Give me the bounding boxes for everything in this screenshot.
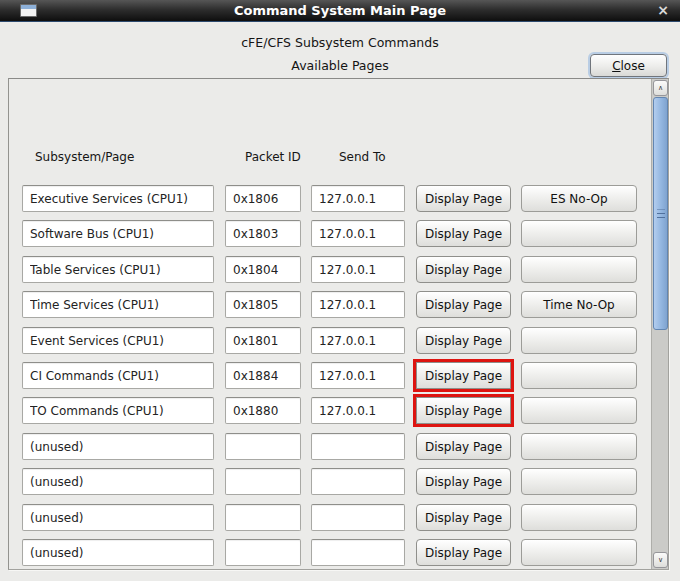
table-row: Display Page	[22, 433, 637, 460]
display-page-button[interactable]: Display Page	[416, 220, 511, 247]
table-row: Display Page	[22, 504, 637, 531]
subsystem-field[interactable]	[22, 504, 214, 531]
noop-button[interactable]	[521, 433, 637, 460]
send-to-field[interactable]	[311, 220, 405, 247]
send-to-field[interactable]	[311, 539, 405, 566]
subsystem-field[interactable]	[22, 291, 214, 318]
subsystem-field[interactable]	[22, 433, 214, 460]
noop-button[interactable]: ES No-Op	[521, 185, 637, 212]
noop-button[interactable]	[521, 256, 637, 283]
display-page-button[interactable]: Display Page	[416, 256, 511, 283]
packet-id-field[interactable]	[225, 327, 301, 354]
scroll-up-button[interactable]: ∧	[653, 80, 668, 96]
table-row: Display Page	[22, 220, 637, 247]
noop-button[interactable]	[521, 539, 637, 566]
packet-id-field[interactable]	[225, 291, 301, 318]
packet-id-field[interactable]	[225, 468, 301, 495]
subsystem-field[interactable]	[22, 220, 214, 247]
display-page-button[interactable]: Display Page	[416, 433, 511, 460]
packet-id-field[interactable]	[225, 397, 301, 424]
close-button-label: Close	[612, 59, 645, 73]
subsystem-field[interactable]	[22, 185, 214, 212]
chevron-up-icon: ∧	[658, 84, 663, 92]
packet-id-field[interactable]	[225, 220, 301, 247]
subsystem-field[interactable]	[22, 327, 214, 354]
noop-button[interactable]	[521, 397, 637, 424]
noop-button[interactable]: Time No-Op	[521, 291, 637, 318]
page-subtitle: cFE/CFS Subsystem Commands	[0, 35, 680, 50]
display-page-button[interactable]: Display Page	[416, 468, 511, 495]
table-row: Display Page	[22, 468, 637, 495]
noop-button[interactable]	[521, 362, 637, 389]
scroll-down-button[interactable]: ∨	[653, 552, 668, 568]
table-row: Display Page	[22, 539, 637, 566]
send-to-field[interactable]	[311, 362, 405, 389]
titlebar: Command System Main Page ×	[0, 0, 680, 22]
table-row: Display Page	[22, 327, 637, 354]
display-page-button[interactable]: Display Page	[416, 185, 511, 212]
subsystem-field[interactable]	[22, 397, 214, 424]
noop-button[interactable]	[521, 220, 637, 247]
window-close-icon[interactable]: ×	[657, 0, 669, 22]
send-to-field[interactable]	[311, 397, 405, 424]
close-button[interactable]: Close	[590, 54, 667, 77]
packet-id-field[interactable]	[225, 539, 301, 566]
subsystem-field[interactable]	[22, 539, 214, 566]
chevron-down-icon: ∨	[658, 556, 663, 564]
column-header-subsystem: Subsystem/Page	[35, 150, 134, 164]
scrollbar-grip-icon	[657, 209, 665, 218]
packet-id-field[interactable]	[225, 256, 301, 283]
subsystem-field[interactable]	[22, 362, 214, 389]
send-to-field[interactable]	[311, 291, 405, 318]
send-to-field[interactable]	[311, 468, 405, 495]
packet-id-field[interactable]	[225, 185, 301, 212]
table-row: Display Page ES No-Op	[22, 185, 637, 212]
noop-button[interactable]	[521, 468, 637, 495]
packet-id-field[interactable]	[225, 433, 301, 460]
table-row: Display Page	[22, 362, 637, 389]
scrollbar-thumb[interactable]	[653, 97, 668, 330]
subsystem-field[interactable]	[22, 256, 214, 283]
table-row: Display Page	[22, 397, 637, 424]
send-to-field[interactable]	[311, 433, 405, 460]
noop-button[interactable]	[521, 327, 637, 354]
window-title: Command System Main Page	[0, 0, 680, 22]
display-page-button[interactable]: Display Page	[416, 397, 511, 424]
display-page-button[interactable]: Display Page	[416, 504, 511, 531]
send-to-field[interactable]	[311, 256, 405, 283]
packet-id-field[interactable]	[225, 362, 301, 389]
display-page-button[interactable]: Display Page	[416, 291, 511, 318]
send-to-field[interactable]	[311, 504, 405, 531]
column-header-send-to: Send To	[339, 150, 386, 164]
send-to-field[interactable]	[311, 185, 405, 212]
display-page-button[interactable]: Display Page	[416, 327, 511, 354]
packet-id-field[interactable]	[225, 504, 301, 531]
display-page-button[interactable]: Display Page	[416, 362, 511, 389]
table-row: Display Page Time No-Op	[22, 291, 637, 318]
noop-button[interactable]	[521, 504, 637, 531]
send-to-field[interactable]	[311, 327, 405, 354]
display-page-button[interactable]: Display Page	[416, 539, 511, 566]
column-header-packet-id: Packet ID	[245, 150, 301, 164]
vertical-scrollbar[interactable]: ∧ ∨	[651, 79, 668, 569]
available-pages-label: Available Pages	[0, 58, 680, 73]
subsystem-field[interactable]	[22, 468, 214, 495]
table-row: Display Page	[22, 256, 637, 283]
